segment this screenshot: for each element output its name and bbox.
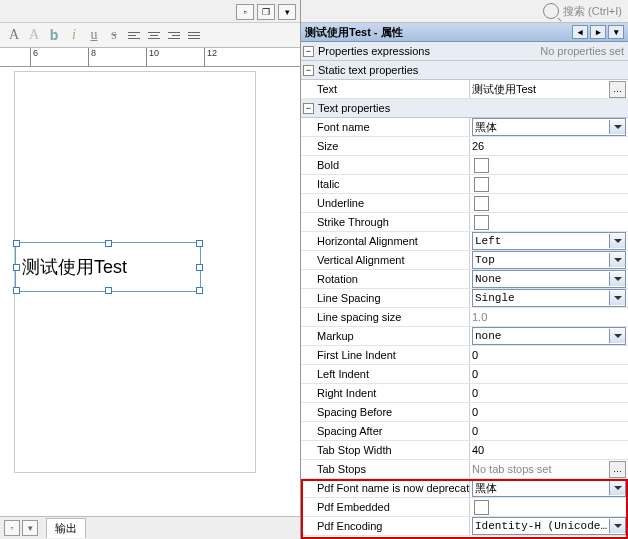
chevron-down-icon[interactable] — [609, 519, 625, 533]
chevron-down-icon[interactable] — [609, 234, 625, 248]
align-justify-button[interactable] — [186, 27, 202, 43]
bold-checkbox[interactable] — [474, 158, 489, 173]
chevron-down-icon[interactable] — [609, 120, 625, 134]
valign-combo[interactable]: Top — [472, 251, 626, 269]
section-properties-expressions[interactable]: − Properties expressions No properties s… — [301, 42, 628, 61]
expand-icon[interactable]: − — [303, 103, 314, 114]
properties-panel-header: 测试使用Test - 属性 ◂ ▸ ▾ — [301, 23, 628, 42]
window-restore-icon[interactable]: ❐ — [257, 4, 275, 20]
tab-stops-value[interactable]: No tab stops set… — [470, 460, 628, 478]
italic-checkbox[interactable] — [474, 177, 489, 192]
size-value[interactable]: 26 — [470, 137, 628, 155]
resize-handle[interactable] — [105, 240, 112, 247]
align-left-button[interactable] — [126, 27, 142, 43]
align-right-button[interactable] — [166, 27, 182, 43]
chevron-down-icon[interactable] — [609, 481, 625, 495]
static-text-content: 测试使用Test — [22, 255, 127, 279]
window-min-icon[interactable]: ▫ — [236, 4, 254, 20]
pdf-encoding-combo[interactable]: Identity-H (Unicode... — [472, 517, 626, 535]
panel-scroll-right-icon[interactable]: ▸ — [590, 25, 606, 39]
resize-handle[interactable] — [196, 240, 203, 247]
search-icon[interactable] — [543, 3, 559, 19]
resize-handle[interactable] — [13, 264, 20, 271]
search-placeholder[interactable]: 搜索 (Ctrl+I) — [563, 4, 622, 19]
resize-handle[interactable] — [13, 287, 20, 294]
resize-handle[interactable] — [13, 240, 20, 247]
chevron-down-icon[interactable] — [609, 272, 625, 286]
align-center-button[interactable] — [146, 27, 162, 43]
output-menu-icon[interactable]: ▾ — [22, 520, 38, 536]
section-text-properties[interactable]: − Text properties — [301, 99, 628, 118]
line-spacing-size-value[interactable]: 1.0 — [470, 308, 628, 326]
section-static-text[interactable]: − Static text properties — [301, 61, 628, 80]
right-indent-value[interactable]: 0 — [470, 384, 628, 402]
pdf-embedded-checkbox[interactable] — [474, 500, 489, 515]
window-more-icon[interactable]: ▾ — [278, 4, 296, 20]
panel-menu-icon[interactable]: ▾ — [608, 25, 624, 39]
chevron-down-icon[interactable] — [609, 329, 625, 343]
resize-handle[interactable] — [105, 287, 112, 294]
format-toolbar: A A b i u s — [0, 23, 300, 48]
underline-checkbox[interactable] — [474, 196, 489, 211]
design-canvas[interactable]: 测试使用Test — [14, 71, 256, 473]
left-indent-value[interactable]: 0 — [470, 365, 628, 383]
markup-combo[interactable]: none — [472, 327, 626, 345]
property-grid: − Properties expressions No properties s… — [301, 42, 628, 539]
strike-checkbox[interactable] — [474, 215, 489, 230]
rotation-combo[interactable]: None — [472, 270, 626, 288]
spacing-before-value[interactable]: 0 — [470, 403, 628, 421]
output-pin-icon[interactable]: ▫ — [4, 520, 20, 536]
font-color-icon[interactable]: A — [6, 27, 22, 43]
halign-combo[interactable]: Left — [472, 232, 626, 250]
font-name-combo[interactable]: 黑体 — [472, 118, 626, 136]
resize-handle[interactable] — [196, 287, 203, 294]
resize-handle[interactable] — [196, 264, 203, 271]
strike-button[interactable]: s — [106, 27, 122, 43]
tab-stops-button[interactable]: … — [609, 461, 626, 478]
tab-stop-width-value[interactable]: 40 — [470, 441, 628, 459]
prop-text-value[interactable]: 测试使用Test… — [470, 80, 628, 98]
line-spacing-combo[interactable]: Single — [472, 289, 626, 307]
first-line-indent-value[interactable]: 0 — [470, 346, 628, 364]
output-tab[interactable]: 输出 — [46, 518, 86, 538]
italic-button[interactable]: i — [66, 27, 82, 43]
expand-icon[interactable]: − — [303, 65, 314, 76]
bold-button[interactable]: b — [46, 27, 62, 43]
spacing-after-value[interactable]: 0 — [470, 422, 628, 440]
panel-title: 测试使用Test - 属性 — [305, 25, 403, 40]
chevron-down-icon[interactable] — [609, 253, 625, 267]
pdf-font-combo[interactable]: 黑体 — [472, 479, 626, 497]
expand-icon[interactable]: − — [303, 46, 314, 57]
prop-text-label: Text — [301, 80, 470, 98]
panel-scroll-left-icon[interactable]: ◂ — [572, 25, 588, 39]
static-text-element[interactable]: 测试使用Test — [15, 242, 201, 292]
ruler: 6 8 10 12 — [0, 48, 300, 67]
font-color2-icon[interactable]: A — [26, 27, 42, 43]
chevron-down-icon[interactable] — [609, 291, 625, 305]
underline-button[interactable]: u — [86, 27, 102, 43]
edit-text-button[interactable]: … — [609, 81, 626, 98]
